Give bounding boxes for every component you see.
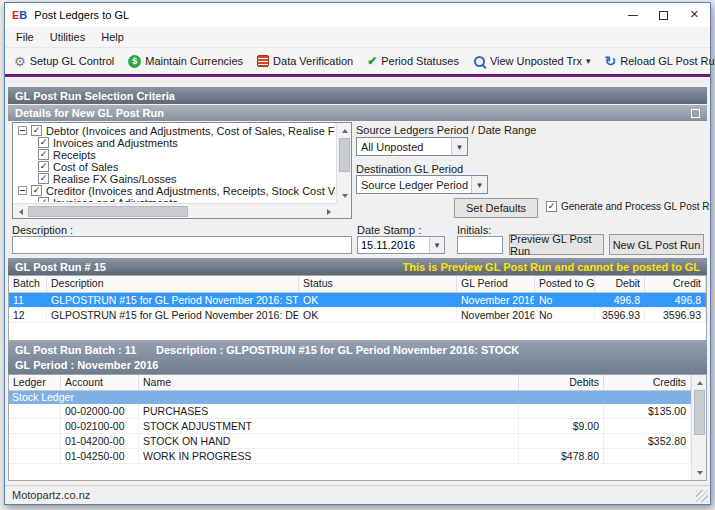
group-row-stock-ledger[interactable]: Stock Ledger	[9, 391, 691, 404]
cell-credit: 3596.93	[645, 308, 706, 322]
data-verification-button[interactable]: Data Verification	[252, 52, 358, 70]
checkbox-checked-icon[interactable]	[38, 173, 49, 184]
menu-utilities[interactable]: Utilities	[42, 28, 93, 46]
app-window: EB Post Ledgers to GL File Utilities Hel…	[4, 2, 711, 505]
tool-label: Maintain Currencies	[145, 55, 243, 67]
title-bar[interactable]: EB Post Ledgers to GL	[5, 3, 710, 27]
description-input[interactable]	[12, 236, 352, 254]
column-header-batch[interactable]: Batch	[9, 276, 47, 292]
scroll-up-button[interactable]	[337, 123, 352, 138]
date-stamp-field[interactable]	[357, 236, 445, 254]
checkbox-checked-icon[interactable]	[38, 197, 49, 202]
scroll-up-button[interactable]	[692, 375, 707, 390]
close-button[interactable]	[679, 3, 710, 27]
tree-item-label: Debtor (Invoices and Adjustments, Cost o…	[46, 125, 335, 137]
details-subheader: Details for New GL Post Run	[8, 105, 707, 121]
maximize-button[interactable]	[648, 3, 679, 27]
reload-gl-post-run-button[interactable]: Reload GL Post Run	[600, 50, 715, 72]
view-unposted-trx-button[interactable]: View Unposted Trx	[468, 52, 596, 71]
preview-gl-post-run-button[interactable]: Preview GL Post Run	[509, 234, 604, 255]
scroll-down-button[interactable]	[692, 465, 707, 480]
initials-input[interactable]	[457, 236, 503, 254]
table-row[interactable]: 12 GLPOSTRUN #15 for GL Period November …	[9, 308, 706, 323]
column-header-ledger[interactable]: Ledger	[9, 375, 61, 390]
source-period-dropdown[interactable]: All Unposted	[356, 137, 468, 156]
column-header-description[interactable]: Description	[47, 276, 299, 292]
checkbox-checked-icon[interactable]	[38, 137, 49, 148]
scrollbar-thumb[interactable]	[339, 138, 350, 172]
tree-item-debtor[interactable]: Debtor (Invoices and Adjustments, Cost o…	[14, 125, 335, 136]
cell-debit: 496.8	[595, 293, 645, 307]
cell-description: GLPOSTRUN #15 for GL Period November 201…	[47, 293, 299, 307]
checkbox-checked-icon[interactable]	[546, 201, 557, 212]
column-header-status[interactable]: Status	[299, 276, 457, 292]
setup-gl-control-button[interactable]: Setup GL Control	[9, 51, 119, 72]
tree-item-creditor-invoices[interactable]: Invoices and Adjustments	[14, 197, 335, 202]
date-stamp-input[interactable]	[358, 237, 429, 253]
column-header-credit[interactable]: Credit	[645, 276, 706, 292]
column-header-gl-period[interactable]: GL Period	[457, 276, 535, 292]
cell-ledger	[9, 449, 61, 463]
column-header-account[interactable]: Account	[61, 375, 139, 390]
collapse-panel-icon[interactable]	[691, 109, 700, 118]
tree-item-cost-of-sales[interactable]: Cost of Sales	[14, 161, 335, 172]
scroll-right-button[interactable]	[321, 204, 336, 219]
tree-items: Debtor (Invoices and Adjustments, Cost o…	[14, 125, 335, 202]
detail-vertical-scrollbar[interactable]	[691, 375, 706, 480]
tree-item-invoices-adjustments[interactable]: Invoices and Adjustments	[14, 137, 335, 148]
section-subtitle: Details for New GL Post Run	[15, 107, 164, 119]
scrollbar-thumb[interactable]	[28, 206, 188, 217]
cell-credits: $352.80	[604, 434, 691, 448]
initials-label: Initials:	[457, 224, 491, 236]
column-header-posted[interactable]: Posted to GL	[535, 276, 595, 292]
menu-help[interactable]: Help	[93, 28, 132, 46]
checkbox-checked-icon[interactable]	[38, 161, 49, 172]
dropdown-arrow-icon[interactable]	[471, 176, 487, 193]
tool-label: Data Verification	[273, 55, 353, 67]
scroll-down-button[interactable]	[337, 188, 352, 203]
tree-vertical-scrollbar[interactable]	[336, 123, 351, 203]
generate-process-checkbox[interactable]: Generate and Process GL Post Run	[546, 201, 710, 212]
toolbar: Setup GL Control Maintain Currencies Dat…	[5, 47, 710, 74]
maintain-currencies-button[interactable]: Maintain Currencies	[123, 52, 248, 71]
post-run-grid: Batch Description Status GL Period Poste…	[8, 275, 707, 341]
cell-description: GLPOSTRUN #15 for GL Period November 201…	[47, 308, 299, 322]
scroll-left-button[interactable]	[13, 204, 28, 219]
up-triangle-icon	[697, 381, 703, 385]
table-row[interactable]: 00-02000-00 PURCHASES $135.00	[9, 404, 691, 419]
gear-icon	[14, 54, 26, 69]
table-row[interactable]: 01-04250-00 WORK IN PROGRESS $478.80	[9, 449, 691, 464]
table-row-selected[interactable]: 11 GLPOSTRUN #15 for GL Period November …	[9, 293, 706, 308]
period-statuses-button[interactable]: Period Statuses	[362, 51, 464, 71]
column-header-name[interactable]: Name	[139, 375, 519, 390]
checkbox-checked-icon[interactable]	[38, 149, 49, 160]
tree-item-receipts[interactable]: Receipts	[14, 149, 335, 160]
destination-period-dropdown[interactable]: Source Ledger Period	[356, 175, 488, 194]
collapse-toggle-icon[interactable]	[18, 126, 27, 135]
app-logo-icon: EB	[12, 9, 27, 21]
minimize-button[interactable]	[617, 3, 648, 27]
column-header-debits[interactable]: Debits	[519, 375, 604, 390]
tree-horizontal-scrollbar[interactable]	[13, 203, 336, 218]
menu-file[interactable]: File	[8, 28, 42, 46]
company-name: Motopartz.co.nz	[12, 489, 90, 501]
tool-label: Setup GL Control	[30, 55, 115, 67]
resize-grip[interactable]	[696, 490, 708, 502]
column-header-debit[interactable]: Debit	[595, 276, 645, 292]
checkbox-checked-icon[interactable]	[31, 125, 42, 136]
checkbox-checked-icon[interactable]	[31, 185, 42, 196]
tree-item-creditor[interactable]: Creditor (Invoices and Adjustments, Rece…	[14, 185, 335, 196]
new-gl-post-run-button[interactable]: New GL Post Run	[609, 234, 704, 255]
column-header-credits[interactable]: Credits	[604, 375, 691, 390]
scrollbar-thumb[interactable]	[694, 390, 705, 435]
tree-item-label: Creditor (Invoices and Adjustments, Rece…	[46, 185, 335, 197]
table-row[interactable]: 00-02100-00 STOCK ADJUSTMENT $9.00	[9, 419, 691, 434]
collapse-toggle-icon[interactable]	[18, 186, 27, 195]
cell-name: WORK IN PROGRESS	[139, 449, 519, 463]
tree-item-label: Realise FX Gains/Losses	[53, 173, 177, 185]
tree-item-realise-fx[interactable]: Realise FX Gains/Losses	[14, 173, 335, 184]
dropdown-arrow-icon[interactable]	[451, 138, 467, 155]
table-row[interactable]: 01-04200-00 STOCK ON HAND $352.80	[9, 434, 691, 449]
calendar-dropdown-icon[interactable]	[429, 237, 444, 253]
set-defaults-button[interactable]: Set Defaults	[454, 198, 538, 218]
